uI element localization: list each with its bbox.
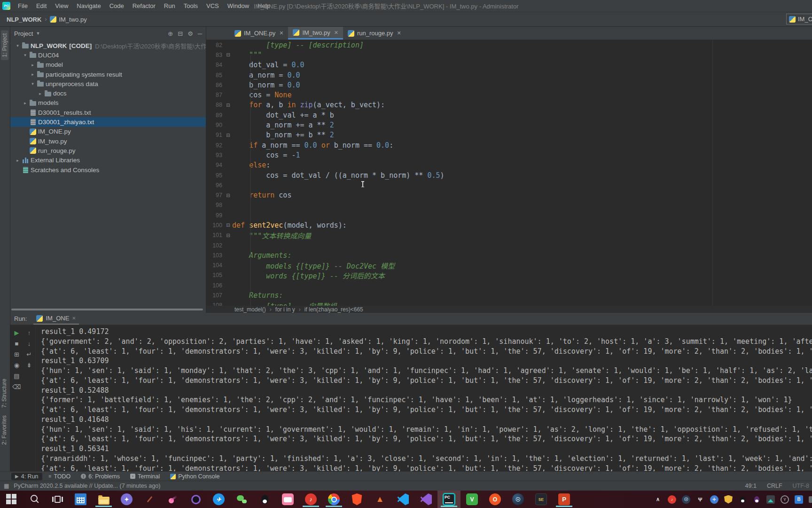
qq-tray-icon[interactable] bbox=[738, 495, 747, 504]
floating-editor-tab[interactable]: IM_O bbox=[786, 14, 812, 24]
menu-vcs[interactable]: VCS bbox=[203, 1, 223, 11]
menu-window[interactable]: Window bbox=[224, 1, 253, 11]
editor-tab-im_one-py[interactable]: IM_ONE.py✕ bbox=[230, 27, 288, 40]
editor-code-line[interactable]: 101⊟ """文本转换成向量 bbox=[206, 230, 812, 240]
caret-position[interactable]: 49:1 bbox=[745, 483, 757, 489]
tree-item[interactable]: run_rouge.py bbox=[10, 146, 206, 155]
steam-tray-icon[interactable]: ☉ bbox=[682, 495, 690, 504]
editor-code-line[interactable]: 90 a_norm += a ** 2 bbox=[206, 120, 812, 130]
tool-button-structure[interactable]: 7: Structure bbox=[1, 379, 8, 408]
editor-code-line[interactable]: 83⊟ """ bbox=[206, 50, 812, 60]
taskbar-icon-media-app[interactable] bbox=[161, 491, 184, 508]
menu-tools[interactable]: Tools bbox=[180, 1, 202, 11]
menu-run[interactable]: Run bbox=[160, 1, 179, 11]
locate-file-icon[interactable]: ⊕ bbox=[168, 30, 173, 37]
taskbar-icon-wechat[interactable] bbox=[230, 491, 253, 508]
tree-item[interactable]: ▸External Libraries bbox=[10, 156, 206, 165]
taskbar-icon-netease-music[interactable]: ♪ bbox=[299, 491, 322, 508]
tree-item[interactable]: D30001_zhaiyao.txt bbox=[10, 117, 206, 127]
editor-code-line[interactable]: 96 bbox=[206, 180, 812, 190]
project-panel-title[interactable]: Project bbox=[14, 30, 33, 37]
tree-item[interactable]: IM_ONE.py bbox=[10, 127, 206, 136]
editor-code-line[interactable]: 98 bbox=[206, 200, 812, 210]
breadcrumb-file[interactable]: IM_two.py bbox=[59, 16, 86, 23]
tree-item[interactable]: ▸docs bbox=[10, 88, 206, 98]
editor-code-line[interactable]: 97⊟ return cos bbox=[206, 190, 812, 200]
photos-tray-icon[interactable] bbox=[766, 495, 775, 504]
editor-code-line[interactable]: 108 [type] -- 向量数组 bbox=[206, 301, 812, 306]
taskbar-icon-5e-arena[interactable]: 5E bbox=[530, 491, 553, 508]
tree-item[interactable]: ▾NLP_WORK[CODE]D:\Desktop\干活\2020秋季\商务智能… bbox=[10, 41, 206, 50]
clear-all-icon[interactable]: ⌫ bbox=[12, 384, 21, 390]
editor-code-line[interactable]: 107 Returns: bbox=[206, 290, 812, 300]
taskbar-icon-file-explorer[interactable] bbox=[92, 491, 115, 508]
status-message[interactable]: PyCharm 2020.2.5 available // Update... … bbox=[14, 483, 160, 489]
chevron-right-icon[interactable]: ▸ bbox=[14, 158, 21, 163]
taskbar-icon-visual-studio[interactable] bbox=[414, 491, 437, 508]
taskbar-icon-task-view[interactable] bbox=[46, 491, 69, 508]
horizontal-scrollbar[interactable] bbox=[11, 309, 203, 310]
editor-tab-run_rouge-py[interactable]: run_rouge.py✕ bbox=[343, 27, 406, 40]
code-editor[interactable]: 82 [type] -- [description]83⊟ """84 dot_… bbox=[206, 40, 812, 306]
taskbar-icon-utility-app[interactable] bbox=[138, 491, 161, 508]
hidden-edge-tray-icon[interactable] bbox=[809, 496, 812, 503]
chevron-right-icon[interactable]: ▸ bbox=[29, 63, 36, 67]
editor-code-line[interactable]: 87 cos = None bbox=[206, 90, 812, 100]
breadcrumb-project[interactable]: NLP_WORK bbox=[7, 16, 41, 23]
menu-refactor[interactable]: Refactor bbox=[129, 1, 159, 11]
tree-item[interactable]: IM_two.py bbox=[10, 136, 206, 146]
breadcrumb-item[interactable]: for i in y bbox=[275, 306, 295, 313]
editor-code-line[interactable]: 99 bbox=[206, 210, 812, 220]
tool-button-project[interactable]: 1: Project bbox=[1, 31, 8, 60]
netease-tray-icon[interactable]: ♪ bbox=[668, 495, 676, 504]
editor-code-line[interactable]: 86 b_norm = 0.0 bbox=[206, 80, 812, 90]
menu-navigate[interactable]: Navigate bbox=[73, 1, 104, 11]
security-shield-tray-icon[interactable] bbox=[724, 495, 733, 504]
taskbar-icon-qq[interactable] bbox=[253, 491, 276, 508]
editor-code-line[interactable]: 95 cos = dot_val / ((a_norm * b_norm) **… bbox=[206, 170, 812, 180]
soft-wrap-icon[interactable]: ↵ bbox=[27, 351, 32, 358]
editor-code-line[interactable]: 89 dot_val += a * b bbox=[206, 110, 812, 120]
editor-code-line[interactable]: 93 cos = -1 bbox=[206, 150, 812, 160]
taskbar-icon-calendar[interactable] bbox=[69, 491, 92, 508]
taskbar-icon-search[interactable] bbox=[23, 491, 46, 508]
fold-marker-icon[interactable]: ⊟ bbox=[224, 103, 232, 108]
tray-expand-icon[interactable]: ∧ bbox=[654, 495, 662, 504]
collapse-all-icon[interactable]: ⊟ bbox=[178, 30, 183, 37]
menu-edit[interactable]: Edit bbox=[32, 1, 50, 11]
tool-windows-icon[interactable]: ▦ bbox=[4, 483, 9, 489]
breadcrumb-item[interactable]: if len(zhaiyao_res)<665 bbox=[304, 306, 363, 313]
qq-purple-tray-icon[interactable] bbox=[752, 495, 761, 504]
settings-gear-icon[interactable]: ⚙ bbox=[187, 30, 193, 37]
down-stack-trace-icon[interactable]: ↓ bbox=[28, 341, 31, 347]
menu-view[interactable]: View bbox=[51, 1, 72, 11]
taskbar-icon-chrome[interactable] bbox=[322, 491, 345, 508]
taskbar-icon-powerpoint[interactable]: P bbox=[553, 491, 576, 508]
tree-item[interactable]: ▾unpreprocess data bbox=[10, 79, 206, 88]
rerun-icon[interactable]: ▶ bbox=[15, 330, 19, 336]
fold-marker-icon[interactable]: ⊟ bbox=[224, 222, 232, 228]
close-icon[interactable]: ✕ bbox=[72, 316, 76, 321]
chevron-down-icon[interactable]: ▾ bbox=[22, 53, 29, 57]
editor-code-line[interactable]: 105 words {[type]} -- 分词后的文本 bbox=[206, 270, 812, 280]
chevron-down-icon[interactable]: ▾ bbox=[29, 81, 36, 86]
taskbar-icon-brave[interactable] bbox=[345, 491, 368, 508]
chevron-down-icon[interactable]: ▾ bbox=[14, 43, 21, 48]
toolwin-button-terminal[interactable]: ›Terminal bbox=[126, 473, 164, 480]
editor-code-line[interactable]: 85 a_norm = 0.0 bbox=[206, 70, 812, 80]
editor-code-line[interactable]: 84 dot_val = 0.0 bbox=[206, 60, 812, 70]
taskbar-icon-windows-start[interactable] bbox=[0, 491, 23, 508]
menu-code[interactable]: Code bbox=[106, 1, 128, 11]
tool-button-favorites[interactable]: 2: Favorites bbox=[1, 415, 8, 445]
pin-tab-icon[interactable]: ◉ bbox=[14, 362, 19, 369]
editor-code-line[interactable]: 103 Arguments: bbox=[206, 250, 812, 260]
key-tray-icon[interactable]: ✛ bbox=[710, 495, 718, 504]
editor-code-line[interactable]: 82 [type] -- [description] bbox=[206, 40, 812, 50]
close-icon[interactable]: ✕ bbox=[334, 30, 338, 36]
up-stack-trace-icon[interactable]: ↑ bbox=[28, 330, 31, 336]
taskbar-icon-wegame[interactable]: V bbox=[461, 491, 484, 508]
chevron-right-icon[interactable]: ▸ bbox=[22, 101, 29, 105]
bluetooth-tray-icon[interactable]: B bbox=[795, 495, 803, 504]
editor-code-line[interactable]: 88⊟ for a, b in zip(a_vect, b_vect): bbox=[206, 100, 812, 110]
run-configuration-tab[interactable]: IM_ONE ✕ bbox=[33, 313, 78, 325]
